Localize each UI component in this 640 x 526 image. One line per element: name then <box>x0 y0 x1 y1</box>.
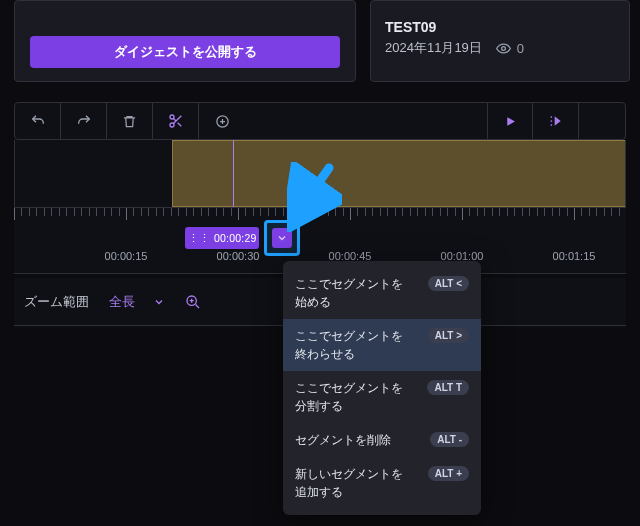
segment-clip[interactable] <box>172 140 625 207</box>
playhead-time-chip[interactable]: ⋮⋮ 00:00:29 <box>185 227 259 249</box>
project-title: TEST09 <box>385 19 615 35</box>
svg-point-4 <box>550 116 552 118</box>
playhead-line <box>233 140 234 207</box>
svg-point-6 <box>550 124 552 126</box>
svg-point-5 <box>550 120 552 122</box>
shortcut-badge: ALT < <box>428 276 469 291</box>
zoom-in-icon <box>185 294 201 310</box>
shortcut-badge: ALT + <box>428 466 469 481</box>
timeline-track[interactable] <box>14 140 626 208</box>
menu-item-start-segment[interactable]: ここでセグメントを始める ALT < <box>283 267 481 319</box>
undo-button[interactable] <box>15 103 61 139</box>
publish-digest-button[interactable]: ダイジェストを公開する <box>30 36 340 68</box>
project-date: 2024年11月19日 <box>385 39 482 57</box>
chevron-down-icon <box>153 296 165 308</box>
zoom-range-select[interactable]: 全長 <box>109 293 165 311</box>
skip-forward-button[interactable] <box>533 103 579 139</box>
drag-handle-icon[interactable]: ⋮⋮ <box>185 233 213 244</box>
playhead-menu-trigger[interactable] <box>264 220 300 256</box>
add-marker-button[interactable] <box>199 103 245 139</box>
svg-point-0 <box>501 46 505 50</box>
trash-icon <box>122 114 137 129</box>
ruler-time-label: 00:00:30 <box>217 250 260 262</box>
zoom-in-button[interactable] <box>185 294 201 310</box>
project-info-card: TEST09 2024年11月19日 0 <box>370 0 630 82</box>
play-button[interactable] <box>487 103 533 139</box>
timeline-ticks: 00:00:1500:00:3000:00:4500:01:0000:01:15 <box>14 208 626 228</box>
shortcut-badge: ALT T <box>427 380 469 395</box>
undo-icon <box>30 113 46 129</box>
segment-context-menu: ここでセグメントを始める ALT < ここでセグメントを終わらせる ALT > … <box>283 261 481 515</box>
menu-item-add-segment[interactable]: 新しいセグメントを追加する ALT + <box>283 457 481 509</box>
eye-icon <box>496 41 511 56</box>
scissors-icon <box>168 113 184 129</box>
menu-item-split-segment[interactable]: ここでセグメントを分割する ALT T <box>283 371 481 423</box>
ruler-time-label: 00:01:15 <box>553 250 596 262</box>
shortcut-badge: ALT - <box>430 432 469 447</box>
timeline-toolbar <box>14 102 626 140</box>
view-count: 0 <box>496 41 524 56</box>
shortcut-badge: ALT > <box>428 328 469 343</box>
redo-button[interactable] <box>61 103 107 139</box>
cut-button[interactable] <box>153 103 199 139</box>
chevron-down-icon <box>276 232 288 244</box>
redo-icon <box>76 113 92 129</box>
delete-button[interactable] <box>107 103 153 139</box>
menu-item-end-segment[interactable]: ここでセグメントを終わらせる ALT > <box>283 319 481 371</box>
play-icon <box>504 115 517 128</box>
ruler-time-label: 00:00:15 <box>105 250 148 262</box>
zoom-label: ズーム範囲 <box>24 293 89 311</box>
skip-icon <box>548 113 564 129</box>
svg-point-1 <box>170 115 174 119</box>
menu-item-delete-segment[interactable]: セグメントを削除 ALT - <box>283 423 481 457</box>
plus-circle-icon <box>215 114 230 129</box>
svg-point-2 <box>170 123 174 127</box>
publish-card: ダイジェストを公開する <box>14 0 356 82</box>
playhead-time-value: 00:00:29 <box>213 232 259 244</box>
